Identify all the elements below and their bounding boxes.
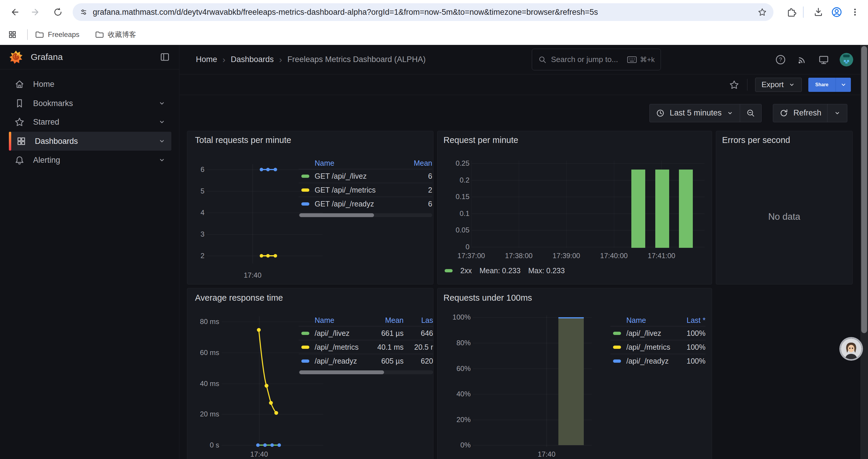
news-rss-icon[interactable] <box>797 54 808 65</box>
page-scrollbar-thumb[interactable] <box>861 46 867 333</box>
back-icon[interactable] <box>6 4 22 20</box>
legend-row: GET /api/_/metrics 2 <box>299 183 432 197</box>
chevron-down-icon[interactable] <box>158 118 166 126</box>
y-tick: 40 ms <box>190 380 219 388</box>
share-button[interactable]: Share <box>808 78 836 92</box>
zoom-out-button[interactable] <box>740 104 761 122</box>
floating-assistant-avatar[interactable] <box>841 338 862 359</box>
series-swatch-green <box>301 174 309 178</box>
legend-header-last[interactable]: Las <box>404 316 433 325</box>
url-text[interactable]: grafana.mathmast.com/d/deytv4rwavabkb/fr… <box>93 8 754 17</box>
panel-title[interactable]: Requests under 100ms <box>443 293 532 303</box>
series-name[interactable]: /api/_/metrics <box>315 343 359 352</box>
legend-header-last[interactable]: Last * <box>687 316 706 325</box>
series-max: Max: 0.233 <box>528 266 565 275</box>
series-last: 20.5 r <box>404 343 433 352</box>
series-mean: 40.1 ms <box>368 343 404 352</box>
forward-icon[interactable] <box>28 4 44 20</box>
sidebar-item-starred[interactable]: Starred <box>9 112 172 131</box>
series-name[interactable]: 2xx <box>460 266 472 275</box>
extensions-icon[interactable] <box>783 4 799 20</box>
legend-scrollbar[interactable] <box>299 370 433 374</box>
series-name[interactable]: /api/_/livez <box>315 329 349 338</box>
bookmark-icon <box>14 98 25 109</box>
favorite-star-icon[interactable] <box>729 79 740 90</box>
panel-title[interactable]: Total requests per minute <box>195 135 291 145</box>
sidebar-item-alerting[interactable]: Alerting <box>9 151 172 169</box>
share-menu-button[interactable] <box>836 78 851 92</box>
dashboard-actions-bar: Export Share <box>180 74 868 95</box>
legend-header-name[interactable]: Name <box>315 316 335 325</box>
sidebar-toggle-icon[interactable] <box>159 52 170 62</box>
sidebar-item-label: Home <box>33 80 54 89</box>
gridline <box>472 197 705 197</box>
grafana-header: Home › Dashboards › Freeleaps Metrics Da… <box>180 45 868 74</box>
series-name[interactable]: /api/_/livez <box>626 329 661 338</box>
series-name[interactable]: GET /api/_/livez <box>315 172 367 181</box>
grafana-logo[interactable] <box>9 50 23 64</box>
x-tick: 17:39:00 <box>549 252 584 260</box>
sidebar-item-home[interactable]: Home <box>9 75 172 94</box>
x-tick: 17:40:00 <box>596 252 632 260</box>
chevron-down-icon[interactable] <box>158 137 166 145</box>
breadcrumb-home[interactable]: Home <box>196 55 217 64</box>
series-mean: 661 µs <box>368 329 404 338</box>
search-input[interactable]: Search or jump to... ⌘+k <box>532 49 661 70</box>
series-last: 100% <box>687 357 706 365</box>
user-avatar[interactable] <box>840 53 853 66</box>
legend-header-mean[interactable]: Mean <box>368 316 404 325</box>
chevron-down-icon <box>840 81 847 89</box>
gridline <box>253 164 253 263</box>
monitor-icon[interactable] <box>818 54 830 66</box>
screen: grafana.mathmast.com/d/deytv4rwavabkb/fr… <box>0 0 868 459</box>
y-tick: 60% <box>440 364 471 373</box>
export-button[interactable]: Export <box>755 78 802 92</box>
panel-title[interactable]: Errors per second <box>722 135 790 145</box>
browser-menu-icon[interactable] <box>847 4 863 20</box>
legend: 2xx Mean: 0.233 Max: 0.233 <box>445 266 565 275</box>
sidebar-item-dashboards[interactable]: Dashboards <box>9 132 172 151</box>
series-name[interactable]: GET /api/_/metrics <box>315 186 376 194</box>
time-range-picker[interactable]: Last 5 minutes <box>650 104 740 122</box>
y-tick: 40% <box>440 390 471 398</box>
page-scrollbar[interactable] <box>860 45 868 459</box>
series-name[interactable]: /api/_/readyz <box>315 357 357 365</box>
legend-header-name[interactable]: Name <box>315 159 335 167</box>
refresh-interval-button[interactable] <box>828 104 847 122</box>
time-range-label: Last 5 minutes <box>670 108 722 118</box>
panel-errors-per-second: Errors per second No data <box>716 131 852 285</box>
panel-title[interactable]: Request per minute <box>443 135 518 145</box>
legend-header-name[interactable]: Name <box>626 316 646 325</box>
chevron-down-icon <box>833 109 841 117</box>
chevron-down-icon[interactable] <box>158 99 166 107</box>
series-name[interactable]: /api/_/metrics <box>626 343 670 352</box>
bell-icon <box>14 155 25 165</box>
y-tick: 60 ms <box>190 349 219 357</box>
grafana-app: Grafana Home Bookmarks <box>0 45 868 459</box>
legend-table: Name Mean GET /api/_/livez 6 GET /api/_/… <box>299 157 432 217</box>
legend-scrollbar[interactable] <box>299 213 432 217</box>
refresh-button[interactable]: Refresh <box>773 104 827 122</box>
downloads-icon[interactable] <box>811 4 826 20</box>
help-icon[interactable]: ? <box>775 54 786 66</box>
breadcrumb-dashboards[interactable]: Dashboards <box>231 55 274 64</box>
keyboard-icon <box>627 56 637 64</box>
apps-grid-icon[interactable] <box>5 27 20 42</box>
sidebar-item-bookmarks[interactable]: Bookmarks <box>9 94 172 113</box>
panel-title[interactable]: Average response time <box>195 293 283 303</box>
url-bar[interactable]: grafana.mathmast.com/d/deytv4rwavabkb/fr… <box>73 3 773 21</box>
legend-header-mean[interactable]: Mean <box>414 159 432 167</box>
series-mean: Mean: 0.233 <box>479 266 521 275</box>
search-placeholder: Search or jump to... <box>551 55 627 64</box>
bookmark-folder-blogs[interactable]: 收藏博客 <box>95 30 136 39</box>
profile-icon[interactable] <box>829 4 844 20</box>
y-tick: 0.15 <box>440 193 469 201</box>
site-permissions-icon[interactable] <box>79 8 88 17</box>
chevron-down-icon[interactable] <box>158 156 166 164</box>
bookmark-folder-freeleaps[interactable]: Freeleaps <box>35 30 80 39</box>
bookmark-star-icon[interactable] <box>757 7 767 17</box>
reload-icon[interactable] <box>50 4 66 20</box>
series-name[interactable]: /api/_/readyz <box>626 357 669 365</box>
bar-2xx <box>655 169 669 248</box>
series-name[interactable]: GET /api/_/readyz <box>315 200 374 208</box>
